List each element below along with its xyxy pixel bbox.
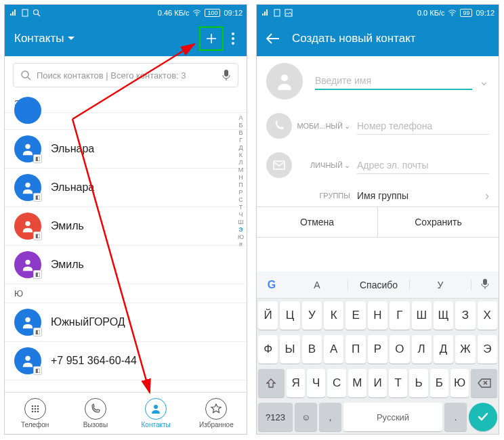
- svg-rect-27: [274, 161, 285, 169]
- suggestion[interactable]: У: [410, 280, 471, 290]
- alphabet-index[interactable]: AБВГДКЛМНПРСТЧШЭЮ#: [238, 114, 244, 248]
- key-Ж[interactable]: Ж: [455, 335, 475, 364]
- key-К[interactable]: К: [324, 301, 343, 330]
- email-type-dropdown[interactable]: ЛИЧНЫЙ⌄: [299, 161, 350, 170]
- suggestion[interactable]: А: [287, 280, 348, 290]
- phone-icon: [273, 120, 285, 132]
- wifi-icon: [192, 9, 201, 18]
- contact-row[interactable]: ◧Эльнара: [5, 130, 247, 169]
- phone-input[interactable]: Номер телефона: [357, 118, 489, 135]
- key-В[interactable]: В: [302, 335, 322, 364]
- emoji-key[interactable]: ☺: [295, 403, 317, 431]
- save-button[interactable]: Сохранить: [377, 207, 499, 237]
- email-type-icon: [266, 152, 292, 178]
- svg-point-15: [37, 405, 39, 408]
- key-С[interactable]: С: [327, 369, 345, 397]
- key-Д[interactable]: Д: [434, 335, 453, 364]
- avatar: ◧: [14, 174, 41, 201]
- key-Т[interactable]: Т: [389, 369, 407, 397]
- person-icon: [150, 403, 161, 414]
- nav-calls[interactable]: Вызовы: [65, 393, 125, 434]
- contact-row[interactable]: ◧Эмиль: [5, 246, 247, 284]
- contact-row[interactable]: ◧Эльнара: [5, 169, 247, 207]
- key-Ы[interactable]: Ы: [280, 335, 299, 364]
- period-key[interactable]: .: [444, 403, 467, 431]
- mic-button[interactable]: [471, 278, 499, 291]
- contact-row[interactable]: ◧ЮжныйГОРОД: [5, 303, 247, 342]
- signal-icon: [261, 9, 270, 18]
- mic-icon[interactable]: [222, 69, 231, 81]
- svg-point-3: [196, 15, 198, 16]
- key-Я[interactable]: Я: [287, 369, 305, 397]
- contact-name: +7 951 364-60-44: [51, 355, 137, 367]
- expand-button[interactable]: ⌄: [479, 74, 489, 89]
- avatar-placeholder[interactable]: [266, 63, 303, 100]
- key-Ш[interactable]: Ш: [412, 301, 432, 330]
- enter-key[interactable]: [469, 403, 497, 431]
- svg-point-4: [22, 71, 28, 78]
- svg-point-14: [34, 405, 36, 408]
- status-bar: 0.0 КБ/с 99 09:12: [257, 5, 499, 21]
- key-У[interactable]: У: [302, 301, 322, 330]
- shift-key[interactable]: [258, 369, 285, 397]
- name-input[interactable]: Введите имя: [315, 72, 472, 90]
- svg-point-20: [34, 411, 36, 413]
- contact-name: Эмиль: [51, 259, 84, 271]
- key-О[interactable]: О: [390, 335, 409, 364]
- search-input[interactable]: Поиск контактов | Всего контактов: 3: [13, 63, 238, 87]
- back-button[interactable]: [266, 33, 280, 44]
- nav-contacts[interactable]: Контакты: [126, 393, 186, 434]
- space-key[interactable]: Русский: [343, 403, 442, 431]
- svg-rect-0: [22, 9, 28, 16]
- google-icon[interactable]: G: [257, 279, 287, 291]
- key-Ь[interactable]: Ь: [409, 369, 427, 397]
- phone-field-row: МОБИ...НЫЙ⌄ Номер телефона: [257, 106, 499, 146]
- app-header: Создать новый контакт: [257, 21, 499, 56]
- key-Г[interactable]: Г: [390, 301, 409, 330]
- sim-icon: [272, 9, 281, 18]
- key-Б[interactable]: Б: [430, 369, 448, 397]
- group-chevron-icon[interactable]: ›: [485, 189, 489, 203]
- contact-row[interactable]: [5, 91, 247, 130]
- key-Щ[interactable]: Щ: [434, 301, 453, 330]
- key-Н[interactable]: Н: [368, 301, 387, 330]
- key-З[interactable]: З: [455, 301, 475, 330]
- numbers-key[interactable]: ?123: [258, 403, 293, 431]
- backspace-key[interactable]: [471, 369, 497, 397]
- contact-row[interactable]: ◧+7 951 364-60-44: [5, 342, 247, 380]
- group-input[interactable]: Имя группы: [357, 188, 478, 204]
- suggestion[interactable]: Спасибо: [348, 280, 410, 290]
- key-П[interactable]: П: [345, 335, 365, 364]
- signal-icon: [9, 9, 18, 18]
- svg-rect-24: [285, 9, 292, 16]
- email-input[interactable]: Адрес эл. почты: [357, 157, 489, 174]
- add-contact-button[interactable]: [199, 26, 224, 51]
- svg-point-9: [25, 221, 30, 226]
- svg-rect-28: [483, 279, 487, 285]
- comma-key[interactable]: ,: [319, 403, 341, 431]
- nav-phone[interactable]: Телефон: [5, 393, 65, 434]
- data-speed: 0.0 КБ/с: [417, 9, 445, 17]
- header-dropdown[interactable]: Контакты: [14, 32, 75, 45]
- nav-favorites[interactable]: Избранное: [186, 393, 247, 434]
- key-Р[interactable]: Р: [368, 335, 387, 364]
- key-Й[interactable]: Й: [258, 301, 278, 330]
- key-Х[interactable]: Х: [478, 301, 497, 330]
- phone-icon: [90, 403, 101, 414]
- key-М[interactable]: М: [348, 369, 366, 397]
- key-А[interactable]: А: [324, 335, 343, 364]
- phone-type-dropdown[interactable]: МОБИ...НЫЙ⌄: [299, 122, 350, 131]
- key-Е[interactable]: Е: [345, 301, 365, 330]
- suggestion-bar: G А Спасибо У: [257, 271, 499, 299]
- cancel-button[interactable]: Отмена: [257, 207, 377, 237]
- key-Ф[interactable]: Ф: [258, 335, 278, 364]
- key-Э[interactable]: Э: [478, 335, 497, 364]
- key-Ч[interactable]: Ч: [307, 369, 325, 397]
- key-Ц[interactable]: Ц: [280, 301, 299, 330]
- key-И[interactable]: И: [369, 369, 387, 397]
- more-menu-button[interactable]: [229, 32, 237, 45]
- contact-row[interactable]: ◧Эмиль: [5, 207, 247, 246]
- key-Л[interactable]: Л: [412, 335, 432, 364]
- phone-left: 0.46 КБ/с 100 09:12 Контакты Поиск конта…: [4, 4, 247, 435]
- key-Ю[interactable]: Ю: [450, 369, 469, 397]
